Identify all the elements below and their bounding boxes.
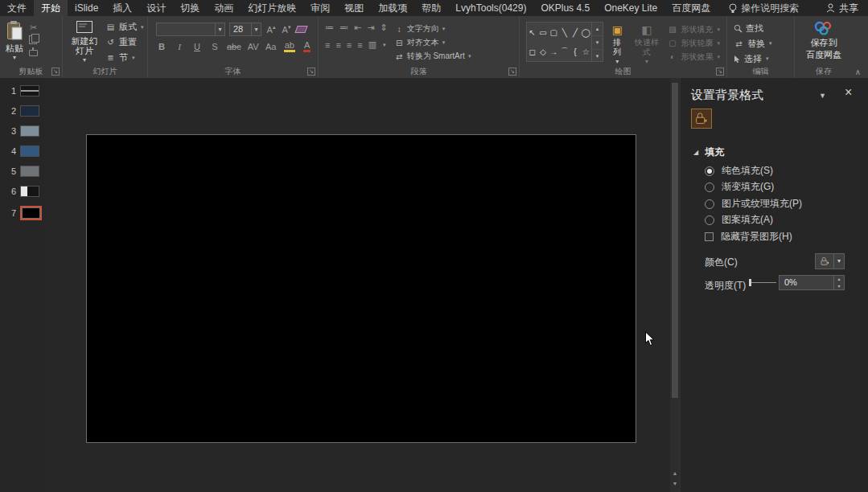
slide-thumbnail-2[interactable]: 2 (0, 105, 44, 117)
close-icon[interactable]: × (845, 85, 852, 100)
tab-addins[interactable]: 加载项 (371, 0, 414, 16)
transparency-spinner[interactable]: 0% ▴ ▾ (779, 275, 845, 290)
gallery-more-icon[interactable]: ▾ (592, 50, 603, 63)
tab-islide[interactable]: iSlide (68, 0, 105, 16)
highlight-color-button[interactable]: ab (283, 40, 296, 52)
shape-oval-icon[interactable]: ◯ (582, 28, 590, 37)
text-direction-button[interactable]: ↕ 文字方向 ▾ (394, 23, 471, 35)
tab-view[interactable]: 视图 (337, 0, 371, 16)
shape-curve-icon[interactable]: ⌒ (561, 46, 569, 57)
drawing-dialog-launcher-icon[interactable]: ↘ (716, 68, 724, 76)
shape-textbox-icon[interactable]: ▭ (539, 28, 546, 37)
font-size-combo[interactable]: 28 ▾ (229, 23, 261, 36)
replace-button[interactable]: ⇄ 替换 ▾ (734, 37, 772, 50)
slider-thumb[interactable] (749, 279, 751, 286)
tab-baidu-netdisk[interactable]: 百度网盘 (664, 0, 718, 16)
quick-styles-button[interactable]: ◧ 快速样式 ▾ (631, 22, 663, 66)
slide-thumbnail-5[interactable]: 5 (0, 166, 44, 177)
shape-line2-icon[interactable]: ╱ (573, 28, 578, 37)
scrollbar-thumb[interactable] (672, 83, 678, 398)
hide-background-graphics-option[interactable]: 隐藏背景图形(H) (705, 230, 792, 244)
canvas-vertical-scrollbar[interactable]: ▲ ▼ (670, 78, 680, 492)
pane-options-icon[interactable]: ▼ (819, 92, 826, 100)
tab-lvyhtools[interactable]: LvyhTools(0429) (448, 0, 533, 16)
slide-7-canvas[interactable] (86, 134, 636, 443)
strikethrough-button[interactable]: abc (227, 42, 241, 51)
bullets-icon[interactable]: ≔ (325, 23, 334, 33)
slide-thumbnail-4[interactable]: 4 (0, 146, 44, 157)
spin-down-icon[interactable]: ▾ (834, 283, 844, 290)
tab-design[interactable]: 设计 (139, 0, 173, 16)
tab-file[interactable]: 文件 (0, 0, 34, 16)
shape-arrow-icon[interactable]: → (549, 47, 557, 56)
slide-thumbnail-image[interactable] (20, 186, 39, 197)
shapes-gallery[interactable]: ↖ ▭ ▢ ╲ ╱ ◯ ◻ ◇ → ⌒ { ☆ (526, 22, 603, 62)
fill-tab-button[interactable] (691, 109, 712, 129)
tab-animations[interactable]: 动画 (207, 0, 241, 16)
select-button[interactable]: 选择 ▾ (734, 52, 772, 65)
shape-outline-button[interactable]: ▢ 形状轮廓 ▾ (667, 37, 720, 49)
tab-home[interactable]: 开始 (34, 0, 68, 16)
tab-review[interactable]: 审阅 (303, 0, 337, 16)
align-text-button[interactable]: ⊟ 对齐文本 ▾ (394, 36, 471, 49)
slide-editing-canvas[interactable] (44, 78, 670, 492)
next-slide-icon[interactable]: ▼ (670, 481, 680, 486)
solid-fill-option[interactable]: 纯色填充(S) (705, 164, 773, 178)
slide-thumbnail-image[interactable] (20, 125, 39, 137)
collapse-ribbon-icon[interactable]: ∧ (855, 68, 861, 76)
paragraph-dialog-launcher-icon[interactable]: ↘ (508, 68, 516, 76)
slide-thumbnail-image[interactable] (20, 146, 39, 157)
align-center-icon[interactable]: ≡ (335, 40, 340, 50)
decrease-font-size-button[interactable]: A▾ (281, 24, 292, 35)
slide-thumbnail-image[interactable] (20, 166, 39, 177)
gradient-fill-option[interactable]: 渐变填充(G) (705, 180, 774, 194)
radio-icon[interactable] (705, 199, 714, 209)
tab-help[interactable]: 帮助 (414, 0, 448, 16)
picture-texture-fill-option[interactable]: 图片或纹理填充(P) (705, 197, 802, 211)
tell-me-search[interactable]: 操作说明搜索 (729, 2, 799, 15)
shape-fill-button[interactable]: ▨ 形状填充 ▾ (667, 23, 720, 35)
tab-insert[interactable]: 插入 (105, 0, 139, 16)
slide-thumbnail-1[interactable]: 1 (0, 85, 44, 96)
copy-icon[interactable] (29, 35, 37, 44)
transparency-slider[interactable] (750, 282, 776, 283)
radio-selected-icon[interactable] (705, 166, 714, 176)
clipboard-dialog-launcher-icon[interactable]: ↘ (51, 68, 60, 76)
slide-thumbnail-image[interactable] (20, 105, 39, 117)
increase-indent-icon[interactable]: ⇥ (367, 23, 374, 33)
reset-button[interactable]: ↺ 重置 (105, 35, 144, 49)
text-shadow-button[interactable]: S (209, 42, 220, 51)
share-button[interactable]: 共享 (826, 2, 858, 15)
shape-line-icon[interactable]: ╲ (562, 28, 567, 37)
tab-transitions[interactable]: 切换 (173, 0, 207, 16)
font-dialog-launcher-icon[interactable]: ↘ (307, 68, 315, 76)
italic-button[interactable]: I (174, 42, 185, 51)
justify-icon[interactable]: ≡ (357, 40, 362, 50)
slide-thumbnail-image[interactable] (20, 85, 39, 96)
slide-thumbnail-3[interactable]: 3 (0, 125, 44, 137)
fill-section-header[interactable]: ◢ 填充 (693, 146, 724, 159)
section-button[interactable]: ≣ 节 ▾ (105, 51, 144, 64)
radio-icon[interactable] (705, 215, 714, 225)
spin-up-icon[interactable]: ▴ (834, 276, 844, 283)
save-to-baidu-netdisk-button[interactable]: 保存到 百度网盘 (804, 18, 844, 66)
tab-slideshow[interactable]: 幻灯片放映 (241, 0, 303, 16)
find-button[interactable]: 查找 (734, 22, 772, 35)
format-painter-icon[interactable] (29, 50, 38, 56)
numbering-icon[interactable]: ≕ (339, 23, 348, 33)
clear-formatting-icon[interactable] (294, 26, 307, 33)
shape-rectangle-icon[interactable]: ▢ (550, 28, 557, 37)
shape-star-icon[interactable]: ☆ (582, 47, 590, 56)
line-spacing-icon[interactable]: ⇕ (380, 23, 387, 33)
slide-thumbnail-image[interactable] (20, 206, 42, 220)
radio-icon[interactable] (705, 182, 714, 192)
tab-okplus[interactable]: OKPlus 4.5 (533, 0, 597, 16)
character-spacing-button[interactable]: AV (248, 42, 259, 51)
increase-font-size-button[interactable]: A▴ (265, 24, 277, 35)
layout-button[interactable]: ▤ 版式 ▾ (105, 20, 144, 34)
new-slide-button[interactable]: 新建幻灯片 ▾ (66, 18, 103, 66)
arrange-button[interactable]: ▣ 排列 ▾ (608, 22, 627, 66)
shape-square-icon[interactable]: ◻ (529, 47, 536, 56)
pattern-fill-option[interactable]: 图案填充(A) (705, 213, 773, 227)
gallery-scroll-down-icon[interactable]: ▾ (592, 36, 603, 50)
